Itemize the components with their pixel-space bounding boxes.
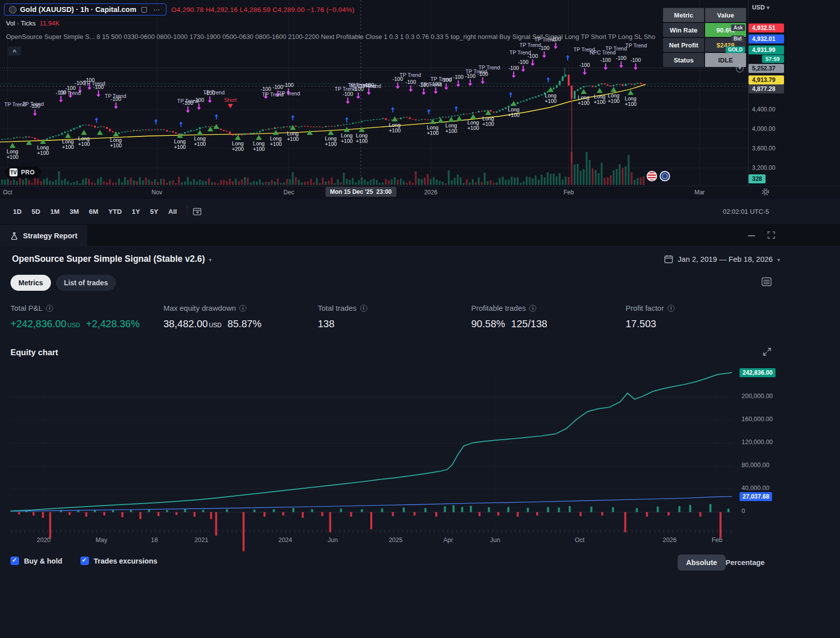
- tab-strategy-report[interactable]: Strategy Report: [0, 225, 87, 247]
- legend-visibility-icon[interactable]: [140, 5, 149, 13]
- time-axis-label: 2026: [424, 189, 438, 196]
- time-axis-label: Dec: [283, 189, 294, 196]
- price-chart-panel: -100-100-100-100-100-100-100-100-100-100…: [0, 0, 840, 198]
- clock[interactable]: 02:02:01 UTC-5: [723, 208, 833, 215]
- chevron-down-icon: [777, 255, 780, 264]
- equity-final-badge: 242,836.00: [740, 368, 776, 377]
- tradingview-logo-icon: [9, 168, 17, 176]
- report-layout-icon[interactable]: [761, 276, 772, 287]
- checkbox-checked-icon: [10, 557, 19, 565]
- tradingview-pro-badge[interactable]: PRO: [5, 166, 41, 178]
- metric-unit: USD: [67, 322, 80, 329]
- metric-value: 138: [318, 318, 334, 329]
- percentage-mode-button[interactable]: Percentage: [726, 559, 765, 567]
- range-button-1m[interactable]: 1M: [45, 204, 65, 219]
- strategy-report-panel: Strategy Report OpenSource Super Simple …: [0, 225, 840, 638]
- date-range-selector[interactable]: Jan 2, 2019 — Feb 18, 2026: [664, 255, 780, 264]
- go-to-date-icon[interactable]: [192, 207, 202, 216]
- buy-hold-checkbox[interactable]: Buy & hold: [10, 557, 62, 565]
- minimize-panel-icon[interactable]: [748, 235, 755, 236]
- info-icon[interactable]: [529, 305, 536, 312]
- metric-label: Total P&L: [10, 304, 42, 312]
- price-level-label: 3,200.00: [752, 164, 776, 171]
- range-button-all[interactable]: All: [163, 204, 182, 219]
- tab-metrics[interactable]: Metrics: [10, 275, 51, 291]
- symbol-legend-row: Gold (XAUUSD) · 1h · Capital.com O4,290.…: [4, 3, 354, 15]
- range-button-ytd[interactable]: YTD: [103, 204, 127, 219]
- tab-list-of-trades[interactable]: List of trades: [56, 275, 116, 291]
- metric-profitable-trades: Profitable trades 90.58%125/138: [471, 304, 547, 330]
- trade-excursion-bars: [18, 504, 729, 551]
- bid-price-chip: 4,932.01: [749, 34, 784, 43]
- metric-value: 38,482.00: [163, 318, 208, 329]
- expand-chart-icon[interactable]: [762, 347, 772, 357]
- price-chart[interactable]: -100-100-100-100-100-100-100-100-100-100…: [0, 0, 748, 186]
- crosshair-price-chip: 4,877.28: [749, 84, 784, 93]
- add-alert-icon[interactable]: [736, 65, 744, 72]
- time-axis[interactable]: OctNovDec2026FebMar Mon 15 Dec '25 23:00: [0, 186, 840, 198]
- trades-excursions-checkbox[interactable]: Trades excursions: [80, 557, 157, 565]
- volume-legend-label[interactable]: Vol · Ticks: [6, 19, 35, 27]
- toolbar-divider: [187, 206, 187, 217]
- maximize-panel-icon[interactable]: [768, 231, 775, 241]
- symbol-legend-pill[interactable]: Gold (XAUUSD) · 1h · Capital.com: [4, 3, 166, 15]
- date-range-value: Jan 2, 2019 — Feb 18, 2026: [678, 255, 773, 263]
- time-axis-label: Nov: [151, 189, 162, 196]
- range-button-1y[interactable]: 1Y: [127, 204, 145, 219]
- currency-label: USD: [752, 4, 765, 11]
- price-axis[interactable]: USD Ask 4,932.51 Bid 4,932.01 GOLD 4,931…: [748, 0, 840, 186]
- legend-more-icon[interactable]: [152, 5, 161, 13]
- volume-legend-value: 11.94K: [39, 19, 59, 27]
- svg-text:+100: +100: [194, 141, 206, 147]
- equity-chart-heading: Equity chart: [10, 348, 58, 357]
- svg-text:-100: -100: [579, 62, 590, 68]
- report-view-tabs: Metrics List of trades: [10, 275, 116, 291]
- info-icon[interactable]: [668, 305, 675, 312]
- status-table-header-value: Value: [705, 8, 746, 22]
- metric-unit: USD: [209, 322, 221, 329]
- ask-price-chip: 4,932.51: [749, 23, 784, 32]
- svg-text:NPC Trend: NPC Trend: [350, 83, 376, 89]
- alert-price-chip[interactable]: 5,252.37: [749, 64, 784, 73]
- svg-text:-100: -100: [600, 57, 611, 63]
- svg-text:Apr: Apr: [443, 537, 453, 544]
- ohlc-values: O4,290.78 H4,292.16 L4,286.59 C4,289.00 …: [171, 6, 355, 13]
- strategy-legend-row[interactable]: OpenSource Super Simple S... 8 15 500 03…: [6, 33, 655, 40]
- svg-text:TP Trend: TP Trend: [400, 72, 421, 78]
- svg-text:+100: +100: [389, 127, 401, 133]
- status-table-label: Net Profit: [663, 38, 704, 52]
- info-icon[interactable]: [46, 305, 53, 312]
- equity-axis-label: 80,000.00: [742, 462, 770, 469]
- equity-axis-label: 160,000.00: [742, 416, 773, 423]
- symbol-title[interactable]: Gold (XAUUSD) · 1h · Capital.com: [20, 5, 136, 13]
- svg-text:Oct: Oct: [575, 537, 585, 544]
- svg-text:Jun: Jun: [490, 537, 500, 544]
- info-icon[interactable]: [360, 305, 367, 312]
- time-axis-label: Mar: [695, 189, 705, 196]
- metric-extra: 85.87%: [227, 318, 261, 329]
- range-button-5d[interactable]: 5D: [26, 204, 45, 219]
- info-icon[interactable]: [239, 305, 246, 312]
- metric-label: Max equity drawdown: [163, 304, 236, 312]
- range-button-5y[interactable]: 5Y: [145, 204, 163, 219]
- svg-text:2024: 2024: [278, 537, 292, 544]
- chart-toolbar: 1D 5D 1M 3M 6M YTD 1Y 5Y All 02:02:01 UT…: [0, 198, 840, 225]
- strategy-selector[interactable]: OpenSource Super Simple Signal (Stable v…: [12, 254, 212, 264]
- equity-options-row: Buy & hold Trades excursions: [10, 557, 157, 565]
- symbol-badge: GOLD: [726, 46, 745, 53]
- svg-text:18: 18: [151, 537, 158, 544]
- equity-chart[interactable]: 2020May1820212024Jun2025AprJunOct2026Feb: [10, 365, 732, 555]
- range-button-3m[interactable]: 3M: [64, 204, 84, 219]
- report-tab-strip: Strategy Report: [0, 225, 840, 247]
- range-button-1d[interactable]: 1D: [8, 204, 26, 219]
- svg-text:-100: -100: [630, 57, 641, 63]
- bar-countdown-chip: 57:59: [762, 55, 784, 63]
- economic-event-us-icon[interactable]: [647, 171, 657, 181]
- pane-collapse-button[interactable]: [8, 46, 21, 55]
- economic-event-eu-icon[interactable]: [660, 171, 670, 181]
- range-button-6m[interactable]: 6M: [84, 204, 103, 219]
- gear-icon[interactable]: [762, 188, 770, 196]
- svg-text:TP Trend: TP Trend: [279, 90, 300, 96]
- currency-selector[interactable]: USD: [752, 4, 770, 11]
- absolute-mode-button[interactable]: Absolute: [678, 555, 726, 571]
